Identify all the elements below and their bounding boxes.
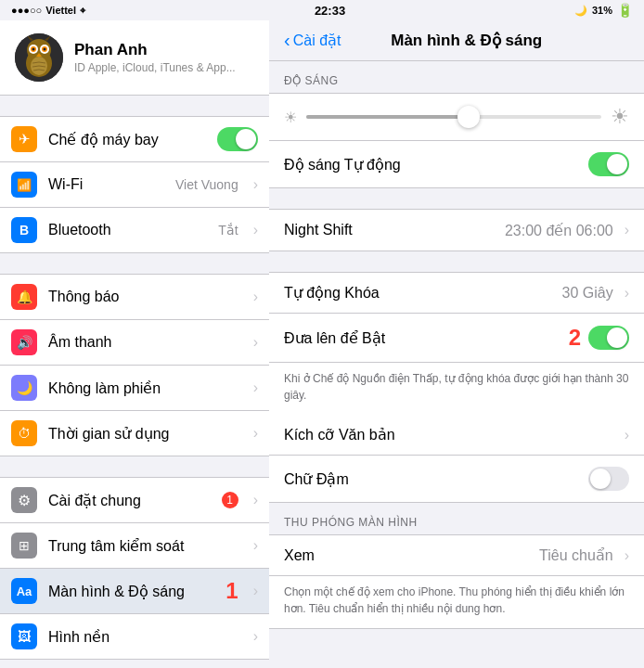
- night-shift-label: Night Shift: [284, 222, 497, 238]
- sidebar-item-sounds[interactable]: 🔊 Âm thanh ›: [0, 320, 269, 366]
- lock-group: Tự động Khóa 30 Giây › Đưa lên để Bật 2 …: [269, 272, 644, 503]
- zoom-section: THU PHÓNG MÀN HÌNH Xem Tiêu chuẩn › Chọn…: [269, 503, 644, 629]
- night-shift-section: Night Shift 23:00 đến 06:00 ›: [269, 209, 644, 251]
- back-button[interactable]: ‹ Cài đặt: [284, 32, 341, 49]
- text-size-row[interactable]: Kích cỡ Văn bản ›: [269, 415, 644, 456]
- profile-name: Phan Anh: [74, 41, 254, 59]
- notifications-label: Thông báo: [48, 289, 238, 305]
- brightness-slider-row: ☀ ☀: [269, 94, 644, 141]
- brightness-fill: [306, 115, 469, 119]
- notifications-chevron: ›: [253, 289, 258, 305]
- right-panel-title: Màn hình & Độ sáng: [341, 31, 592, 50]
- display-chevron: ›: [253, 583, 258, 599]
- auto-brightness-toggle[interactable]: [588, 152, 629, 176]
- wifi-chevron: ›: [253, 176, 258, 193]
- avatar: [15, 33, 63, 82]
- sidebar-item-display[interactable]: Aa Màn hình & Độ sáng 1 ›: [0, 569, 269, 614]
- raise-to-wake-number: 2: [569, 325, 581, 351]
- raise-to-wake-row: Đưa lên để Bật 2: [269, 314, 644, 363]
- auto-lock-chevron: ›: [625, 285, 629, 302]
- sounds-label: Âm thanh: [48, 334, 238, 351]
- svg-point-10: [44, 48, 46, 51]
- sidebar-item-donotdisturb[interactable]: 🌙 Không làm phiền ›: [0, 366, 269, 411]
- bold-text-toggle[interactable]: [588, 467, 629, 491]
- carrier: Viettel: [45, 5, 76, 16]
- donotdisturb-label: Không làm phiền: [48, 379, 238, 397]
- wifi-value: Viet Vuong: [175, 177, 238, 192]
- donotdisturb-icon: 🌙: [11, 375, 37, 401]
- view-value: Tiêu chuẩn: [539, 546, 613, 564]
- raise-to-wake-label: Đưa lên để Bật: [284, 329, 554, 347]
- airplane-toggle[interactable]: [217, 127, 258, 151]
- display-icon: Aa: [11, 578, 37, 604]
- brightness-thumb[interactable]: [457, 106, 480, 128]
- general-icon: ⚙: [11, 487, 37, 513]
- zoom-group: Xem Tiêu chuẩn › Chọn một chế độ xem cho…: [269, 534, 644, 629]
- svg-point-9: [32, 48, 35, 51]
- airplane-label: Chế độ máy bay: [48, 131, 206, 148]
- sidebar-section-2: 🔔 Thông báo › 🔊 Âm thanh › 🌙 Không làm p…: [0, 274, 269, 456]
- auto-lock-label: Tự động Khóa: [284, 284, 555, 302]
- sidebar-item-notifications[interactable]: 🔔 Thông báo ›: [0, 274, 269, 320]
- bluetooth-value: Tắt: [218, 223, 238, 238]
- profile-info: Phan Anh ID Apple, iCloud, iTunes & App.…: [74, 41, 254, 74]
- display-label: Màn hình & Độ sáng: [48, 583, 211, 600]
- profile-subtitle: ID Apple, iCloud, iTunes & App...: [74, 61, 254, 74]
- auto-brightness-label: Độ sáng Tự động: [284, 156, 581, 173]
- view-info: Chọn một chế độ xem cho iPhone. Thu phón…: [269, 576, 644, 628]
- general-label: Cài đặt chung: [48, 492, 211, 509]
- sidebar-item-general[interactable]: ⚙ Cài đặt chung 1 ›: [0, 477, 269, 523]
- battery-percent: 31%: [592, 5, 612, 16]
- sidebar-item-wifi[interactable]: 📶 Wi-Fi Viet Vuong ›: [0, 162, 269, 208]
- screentime-icon: ⏱: [11, 420, 37, 446]
- status-bar: ●●●○○ Viettel ⌖ 22:33 🌙 31% 🔋: [0, 0, 644, 20]
- view-row[interactable]: Xem Tiêu chuẩn ›: [269, 535, 644, 576]
- sidebar-item-wallpaper[interactable]: 🖼 Hình nền ›: [0, 614, 269, 660]
- sidebar: Phan Anh ID Apple, iCloud, iTunes & App.…: [0, 20, 269, 668]
- bluetooth-icon: B: [11, 217, 37, 243]
- display-label-number: 1: [225, 578, 238, 604]
- sidebar-section-1: ✈ Chế độ máy bay 📶 Wi-Fi Viet Vuong › B …: [0, 116, 269, 253]
- controlcenter-label: Trung tâm kiểm soát: [48, 537, 238, 555]
- text-size-label: Kích cỡ Văn bản: [284, 426, 613, 443]
- main-layout: Phan Anh ID Apple, iCloud, iTunes & App.…: [0, 20, 644, 668]
- screentime-label: Thời gian sử dụng: [48, 425, 238, 443]
- donotdisturb-chevron: ›: [253, 379, 258, 396]
- battery-icon: 🔋: [617, 3, 633, 18]
- night-shift-chevron: ›: [625, 222, 629, 238]
- status-time: 22:33: [315, 4, 345, 18]
- sidebar-item-airplane[interactable]: ✈ Chế độ máy bay: [0, 116, 269, 162]
- bold-text-row: Chữ Đậm: [269, 456, 644, 502]
- raise-to-wake-toggle[interactable]: [588, 326, 629, 350]
- bold-text-label: Chữ Đậm: [284, 470, 581, 488]
- brightness-section-header: ĐỘ SÁNG: [269, 61, 644, 93]
- right-panel: ‹ Cài đặt Màn hình & Độ sáng ĐỘ SÁNG ☀ ☀: [269, 20, 644, 668]
- sidebar-item-screentime[interactable]: ⏱ Thời gian sử dụng ›: [0, 411, 269, 456]
- brightness-track[interactable]: [306, 115, 601, 119]
- controlcenter-chevron: ›: [253, 537, 258, 554]
- wifi-label: Wi-Fi: [48, 176, 164, 193]
- status-battery: 🌙 31% 🔋: [574, 3, 633, 18]
- bluetooth-chevron: ›: [253, 222, 258, 238]
- bluetooth-label: Bluetooth: [48, 222, 207, 238]
- wallpaper-icon: 🖼: [11, 623, 37, 649]
- brightness-low-icon: ☀: [284, 109, 297, 126]
- night-shift-row[interactable]: Night Shift 23:00 đến 06:00 ›: [269, 210, 644, 250]
- auto-brightness-row: Độ sáng Tự động: [269, 141, 644, 187]
- sidebar-item-controlcenter[interactable]: ⊞ Trung tâm kiểm soát ›: [0, 523, 269, 569]
- wifi-icon: 📶: [11, 172, 37, 198]
- screentime-chevron: ›: [253, 425, 258, 442]
- auto-lock-row[interactable]: Tự động Khóa 30 Giây ›: [269, 273, 644, 314]
- general-badge: 1: [222, 492, 238, 508]
- profile-row[interactable]: Phan Anh ID Apple, iCloud, iTunes & App.…: [0, 20, 269, 96]
- brightness-high-icon: ☀: [611, 105, 629, 129]
- notifications-icon: 🔔: [11, 284, 37, 310]
- night-shift-value: 23:00 đến 06:00: [505, 222, 613, 239]
- sidebar-section-3: ⚙ Cài đặt chung 1 › ⊞ Trung tâm kiểm soá…: [0, 477, 269, 660]
- right-header: ‹ Cài đặt Màn hình & Độ sáng: [269, 20, 644, 61]
- sidebar-item-bluetooth[interactable]: B Bluetooth Tắt ›: [0, 208, 269, 253]
- auto-lock-value: 30 Giây: [562, 285, 613, 302]
- sounds-icon: 🔊: [11, 329, 37, 355]
- view-chevron: ›: [625, 547, 629, 564]
- right-content: ĐỘ SÁNG ☀ ☀ Độ sáng Tự động: [269, 61, 644, 668]
